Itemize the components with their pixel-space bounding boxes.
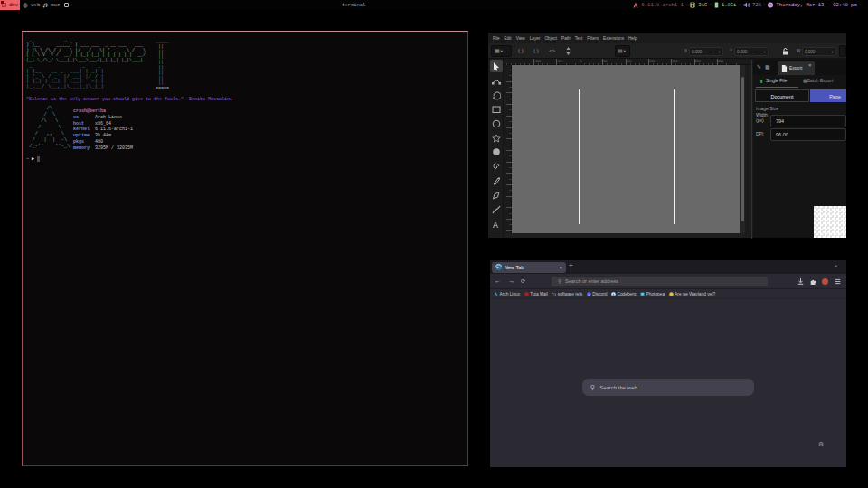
svg-text:A: A bbox=[493, 221, 498, 230]
